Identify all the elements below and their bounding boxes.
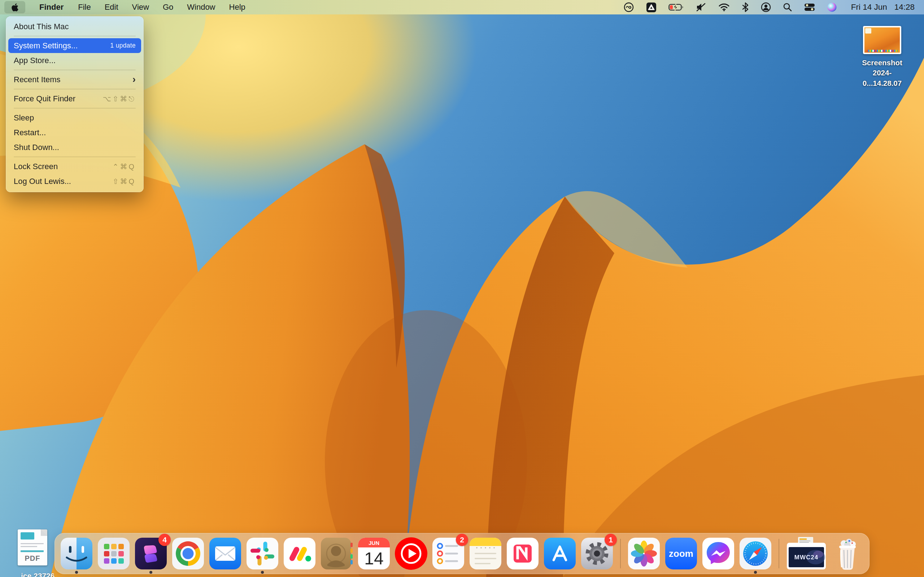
file-label-line2: 2024-0...14.28.07	[861, 68, 904, 89]
dock-item-minimized-window[interactable]: MWC24	[785, 536, 828, 571]
app-menus: Finder File Edit View Go Window Help	[32, 3, 252, 12]
calendar-month-text: JUN	[368, 540, 380, 546]
menu-help[interactable]: Help	[222, 3, 252, 12]
menu-item-log-out[interactable]: Log Out Lewis... ⇧⌘Q	[8, 174, 141, 189]
menubar-time: 14:28	[894, 3, 914, 12]
keyboard-shortcut: ⇧⌘Q	[113, 177, 136, 186]
dock-item-safari[interactable]	[738, 536, 773, 571]
dock-item-messenger[interactable]	[701, 536, 736, 571]
pdf-file-label-clipped: ice 23726	[21, 572, 55, 577]
dock-item-system-settings[interactable]: 1	[580, 536, 614, 571]
menu-item-label: Shut Down...	[14, 143, 59, 152]
zoom-wordmark: zoom	[669, 548, 693, 559]
notification-badge: 4	[158, 534, 171, 546]
dock-item-chrome[interactable]	[171, 536, 205, 571]
menu-item-label: Restart...	[14, 128, 46, 137]
dock-divider	[620, 539, 621, 568]
menu-separator	[14, 36, 136, 36]
menu-separator	[14, 156, 136, 157]
volume-muted-icon[interactable]	[696, 0, 706, 15]
running-indicator	[754, 571, 757, 574]
pdf-badge-text: PDF	[18, 554, 47, 562]
notes-icon	[468, 536, 503, 571]
menu-window[interactable]: Window	[180, 3, 222, 12]
minimized-window-label: MWC24	[795, 554, 818, 561]
dock-item-purple-chat-app[interactable]: 4	[134, 536, 168, 571]
menu-item-system-settings[interactable]: System Settings... 1 update	[8, 38, 141, 53]
wifi-icon[interactable]	[718, 0, 730, 15]
keyboard-shortcut: ⌥⇧⌘⎋	[102, 95, 136, 103]
dock-item-youtube-music[interactable]	[394, 536, 428, 571]
page-fold-corner	[41, 529, 47, 536]
menu-view[interactable]: View	[125, 3, 156, 12]
dock-item-slack[interactable]	[245, 536, 280, 571]
messenger-icon	[701, 536, 736, 571]
apple-news-icon	[505, 536, 540, 571]
menu-file[interactable]: File	[71, 3, 97, 12]
desktop-file-pdf[interactable]: PDF	[15, 529, 50, 566]
dock-item-mail[interactable]	[208, 536, 242, 571]
menu-item-about-this-mac[interactable]: About This Mac	[8, 19, 141, 34]
running-indicator	[261, 571, 264, 574]
launchpad-icon	[96, 536, 131, 571]
menu-separator	[14, 89, 136, 89]
menu-item-force-quit[interactable]: Force Quit Finder ⌥⇧⌘⎋	[8, 91, 141, 106]
dock-item-calendar[interactable]: JUN 14	[357, 536, 391, 571]
thumbnail-mini-menu	[865, 28, 871, 34]
monday-icon	[282, 536, 317, 571]
menu-item-label: Recent Items	[14, 75, 61, 84]
youtube-music-icon	[394, 536, 428, 571]
dock-item-app-store[interactable]	[543, 536, 577, 571]
submenu-chevron-icon: ›	[132, 75, 136, 84]
spotlight-search-icon[interactable]	[783, 0, 792, 15]
dock-item-reminders[interactable]: 2	[431, 536, 465, 571]
bluetooth-icon[interactable]	[742, 0, 749, 15]
dock-item-trash[interactable]	[830, 536, 865, 571]
status-bar-icons: Fri 14 Jun 14:28	[624, 0, 914, 15]
safari-icon	[738, 536, 773, 571]
active-app-name[interactable]: Finder	[32, 3, 71, 12]
minimized-window-thumbnail: MWC24	[785, 536, 828, 571]
menu-item-label: Log Out Lewis...	[14, 177, 71, 186]
menu-item-sleep[interactable]: Sleep	[8, 110, 141, 125]
dock-item-contacts[interactable]	[320, 536, 354, 571]
triangle-utility-app-icon[interactable]	[646, 0, 657, 15]
menu-item-restart[interactable]: Restart...	[8, 125, 141, 140]
dock-item-launchpad[interactable]	[96, 536, 131, 571]
menu-item-label: Sleep	[14, 113, 34, 122]
menu-item-label: Lock Screen	[14, 162, 58, 171]
dock-item-news[interactable]	[505, 536, 540, 571]
desktop-file-screenshot[interactable]: Screenshot 2024-0...14.28.07	[861, 26, 904, 89]
menu-item-label: App Store...	[14, 56, 56, 65]
menu-item-lock-screen[interactable]: Lock Screen ⌃⌘Q	[8, 159, 141, 174]
update-count-badge: 1 update	[110, 42, 136, 49]
menu-item-label: System Settings...	[14, 41, 78, 50]
app-store-icon	[543, 536, 577, 571]
apple-logo-icon	[11, 3, 19, 12]
menubar-clock[interactable]: Fri 14 Jun 14:28	[851, 3, 914, 12]
menu-item-label: Force Quit Finder	[14, 94, 76, 103]
control-center-icon[interactable]	[804, 0, 815, 15]
dock-item-finder[interactable]	[59, 536, 94, 571]
dock-item-monday[interactable]	[282, 536, 317, 571]
menu-edit[interactable]: Edit	[98, 3, 125, 12]
apple-menu-button[interactable]	[4, 1, 25, 13]
file-label-line1: Screenshot	[861, 58, 904, 68]
menu-item-recent-items[interactable]: Recent Items ›	[8, 72, 141, 87]
dock-item-notes[interactable]	[468, 536, 503, 571]
siri-icon[interactable]	[827, 0, 837, 15]
menu-go[interactable]: Go	[156, 3, 180, 12]
menu-item-shut-down[interactable]: Shut Down...	[8, 140, 141, 155]
dock-item-zoom[interactable]: zoom	[664, 536, 698, 571]
dock: 4	[55, 533, 869, 574]
battery-charging-low-icon[interactable]	[669, 0, 683, 15]
finder-icon	[59, 536, 94, 571]
pdf-header-block	[21, 532, 34, 540]
user-account-icon[interactable]	[761, 0, 771, 15]
apple-menu-dropdown: About This Mac System Settings... 1 upda…	[6, 16, 144, 192]
menu-item-app-store[interactable]: App Store...	[8, 53, 141, 68]
adobe-creative-cloud-icon[interactable]	[624, 0, 634, 15]
dock-item-photos[interactable]	[627, 536, 661, 571]
zoom-icon: zoom	[664, 536, 698, 571]
notification-badge: 1	[604, 534, 617, 546]
